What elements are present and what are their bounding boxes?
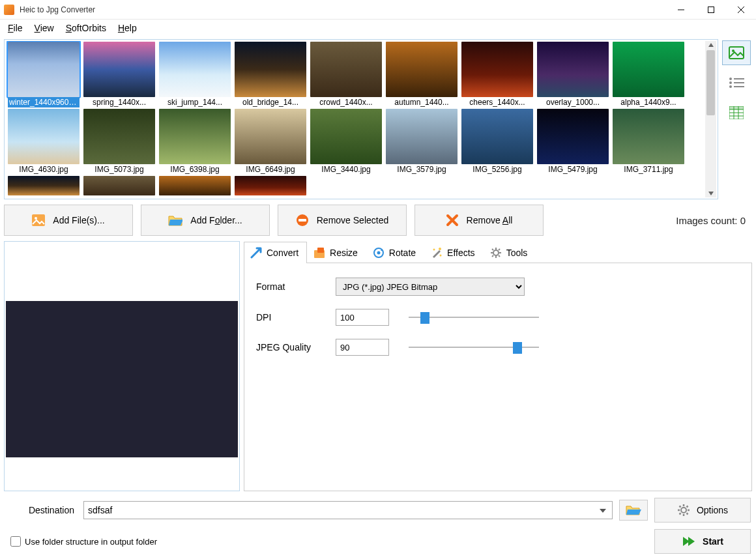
window-controls xyxy=(666,0,756,20)
remove-selected-label: Remove Selected xyxy=(317,215,389,225)
scroll-down-icon[interactable] xyxy=(708,191,714,196)
quality-label: JPEG Quality xyxy=(256,342,329,352)
svg-marker-54 xyxy=(688,537,695,546)
tools-icon xyxy=(489,246,502,259)
convert-icon xyxy=(250,246,263,259)
thumbnail-item[interactable] xyxy=(158,176,231,195)
thumbnail-image xyxy=(159,109,231,164)
gallery-scrollbar[interactable] xyxy=(705,41,716,197)
thumbnail-item[interactable]: IMG_5256.jpg xyxy=(461,109,534,175)
start-button[interactable]: Start xyxy=(654,529,751,554)
thumbnail-item[interactable]: IMG_5479.jpg xyxy=(536,109,609,175)
app-icon xyxy=(4,5,14,15)
images-count-label: Images count: 0 xyxy=(676,215,752,226)
svg-marker-4 xyxy=(708,43,714,47)
svg-line-42 xyxy=(492,255,493,257)
thumbnail-item[interactable] xyxy=(234,176,307,195)
thumbnail-item[interactable]: alpha_1440x9... xyxy=(612,42,685,108)
minimize-button[interactable] xyxy=(666,0,696,20)
tab-convert[interactable]: Convert xyxy=(244,242,307,263)
add-folder-button[interactable]: Add Folder... xyxy=(141,205,270,236)
thumbnail-item[interactable]: IMG_4630.jpg xyxy=(7,109,80,175)
tab-effects[interactable]: Effects xyxy=(424,242,484,263)
thumbnail-item[interactable]: crowd_1440x... xyxy=(310,42,383,108)
thumbnail-image xyxy=(235,109,306,164)
dpi-slider[interactable] xyxy=(409,311,539,324)
scroll-thumb[interactable] xyxy=(706,50,715,115)
thumbnail-item[interactable]: winter_1440x960.heic xyxy=(7,42,80,108)
thumbnail-item[interactable] xyxy=(83,176,156,195)
thumbnail-caption: IMG_3579.jpg xyxy=(386,164,458,175)
menu-softorbits[interactable]: SoftOrbits xyxy=(61,22,111,35)
tab-resize[interactable]: Resize xyxy=(307,242,366,263)
close-button[interactable] xyxy=(726,0,756,20)
gallery-inner: winter_1440x960.heicspring_1440x...ski_j… xyxy=(6,41,705,197)
thumbnail-item[interactable]: IMG_5073.jpg xyxy=(83,109,156,175)
quality-slider[interactable] xyxy=(409,341,539,354)
thumbnail-item[interactable] xyxy=(7,176,80,195)
svg-line-39 xyxy=(492,249,493,250)
svg-point-33 xyxy=(439,248,441,250)
menu-help[interactable]: Help xyxy=(113,22,142,35)
thumbnail-image xyxy=(8,109,80,164)
quality-slider-thumb[interactable] xyxy=(513,342,522,354)
settings-tabs: Convert Resize Rotate Effects Tools xyxy=(244,241,752,491)
dpi-slider-thumb[interactable] xyxy=(420,312,429,324)
thumbnail-image xyxy=(461,42,533,97)
add-files-label: Add File(s)... xyxy=(53,215,104,225)
thumbnail-item[interactable]: IMG_6398.jpg xyxy=(158,109,231,175)
browse-button[interactable] xyxy=(619,500,648,521)
thumbnail-item[interactable]: autumn_1440... xyxy=(385,42,458,108)
thumbnail-item[interactable]: IMG_3711.jpg xyxy=(612,109,685,175)
thumbnail-item[interactable]: overlay_1000... xyxy=(536,42,609,108)
menu-view[interactable]: View xyxy=(29,22,59,35)
remove-all-button[interactable]: Remove All xyxy=(414,205,544,236)
thumbnail-image xyxy=(613,109,684,164)
thumbnail-image xyxy=(159,42,231,97)
thumbnail-caption: IMG_6649.jpg xyxy=(235,164,306,175)
list-icon xyxy=(729,77,744,89)
thumbnail-item[interactable]: IMG_3440.jpg xyxy=(310,109,383,175)
title-bar: Heic to Jpg Converter xyxy=(0,0,756,20)
add-files-button[interactable]: Add File(s)... xyxy=(4,205,133,236)
svg-rect-24 xyxy=(298,219,306,222)
folder-structure-checkbox-row: Use folder structure in output folder xyxy=(5,536,157,547)
svg-rect-28 xyxy=(317,248,324,253)
view-list-button[interactable] xyxy=(722,70,751,95)
tab-tools[interactable]: Tools xyxy=(484,242,536,263)
thumbnail-image xyxy=(537,109,609,164)
destination-combo[interactable]: sdfsaf xyxy=(83,501,613,519)
thumbnail-caption: IMG_3440.jpg xyxy=(310,164,382,175)
svg-rect-1 xyxy=(708,7,714,12)
thumbnail-item[interactable]: cheers_1440x... xyxy=(461,42,534,108)
action-toolbar: Add File(s)... Add Folder... Remove Sele… xyxy=(4,203,752,237)
thumbnail-item[interactable]: spring_1440x... xyxy=(83,42,156,108)
preview-pane xyxy=(4,241,240,491)
format-select[interactable]: JPG (*.jpg) JPEG Bitmap xyxy=(336,278,525,296)
thumbnail-image xyxy=(310,42,382,97)
menu-file[interactable]: File xyxy=(3,22,28,35)
options-button[interactable]: Options xyxy=(654,498,751,523)
thumbnail-item[interactable]: old_bridge_14... xyxy=(234,42,307,108)
thumbnail-caption: old_bridge_14... xyxy=(235,97,306,108)
format-row: Format JPG (*.jpg) JPEG Bitmap xyxy=(256,278,741,296)
quality-input[interactable] xyxy=(336,339,389,356)
thumbnail-caption: overlay_1000... xyxy=(537,97,609,108)
view-thumbnails-button[interactable] xyxy=(722,40,751,65)
scroll-up-icon[interactable] xyxy=(708,42,714,48)
folder-icon xyxy=(168,214,182,226)
gallery-row: winter_1440x960.heicspring_1440x...ski_j… xyxy=(4,39,752,199)
destination-row: Destination sdfsaf Options xyxy=(5,498,751,523)
remove-selected-button[interactable]: Remove Selected xyxy=(278,205,407,236)
folder-structure-checkbox[interactable] xyxy=(10,536,21,547)
chevron-down-icon[interactable] xyxy=(596,504,609,517)
maximize-button[interactable] xyxy=(696,0,726,20)
view-details-button[interactable] xyxy=(722,100,751,125)
thumbnail-item[interactable]: IMG_6649.jpg xyxy=(234,109,307,175)
svg-line-52 xyxy=(679,513,680,515)
tab-rotate[interactable]: Rotate xyxy=(366,242,424,263)
dpi-input[interactable] xyxy=(336,309,389,326)
image-icon xyxy=(32,214,45,226)
thumbnail-item[interactable]: ski_jump_144... xyxy=(158,42,231,108)
thumbnail-item[interactable]: IMG_3579.jpg xyxy=(385,109,458,175)
